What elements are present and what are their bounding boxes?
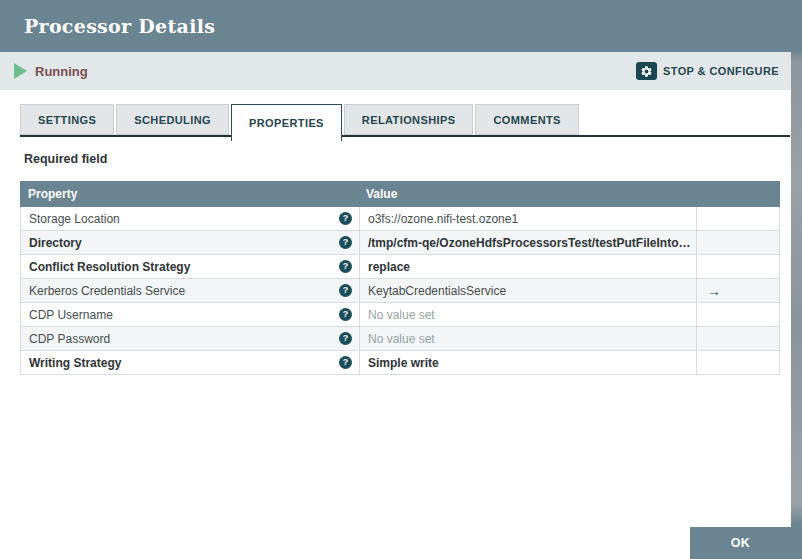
value-cell[interactable]: Simple write bbox=[359, 351, 696, 374]
play-icon bbox=[14, 63, 27, 79]
goto-cell bbox=[696, 231, 779, 254]
property-cell: CDP Username? bbox=[21, 303, 359, 326]
table-row: Kerberos Credentials Service?KeytabCrede… bbox=[21, 279, 779, 303]
property-cell: Writing Strategy? bbox=[21, 351, 359, 374]
property-name: Directory bbox=[29, 236, 82, 250]
goto-cell: → bbox=[696, 279, 779, 302]
stop-and-configure-label: STOP & CONFIGURE bbox=[663, 65, 779, 77]
help-icon[interactable]: ? bbox=[339, 308, 352, 321]
property-cell: CDP Password? bbox=[21, 327, 359, 350]
value-cell[interactable]: No value set bbox=[359, 303, 696, 326]
value-column-header: Value bbox=[358, 187, 397, 201]
processor-details-dialog: Processor Details Running STOP & CONFIGU… bbox=[0, 0, 791, 559]
property-name: Writing Strategy bbox=[29, 356, 121, 370]
help-icon[interactable]: ? bbox=[339, 332, 352, 345]
help-icon[interactable]: ? bbox=[339, 356, 352, 369]
goto-cell bbox=[696, 207, 779, 230]
property-column-header: Property bbox=[20, 187, 358, 201]
properties-table-body: Storage Location?o3fs://ozone.nifi-test.… bbox=[20, 207, 780, 375]
tab-properties[interactable]: PROPERTIES bbox=[231, 104, 342, 141]
property-value: Simple write bbox=[368, 356, 439, 370]
help-icon[interactable]: ? bbox=[339, 236, 352, 249]
help-icon[interactable]: ? bbox=[339, 284, 352, 297]
table-row: CDP Username?No value set bbox=[21, 303, 779, 327]
tab-comments[interactable]: COMMENTS bbox=[475, 104, 578, 135]
goto-cell bbox=[696, 255, 779, 278]
property-value: No value set bbox=[368, 332, 435, 346]
table-row: Writing Strategy?Simple write bbox=[21, 351, 779, 375]
property-cell: Conflict Resolution Strategy? bbox=[21, 255, 359, 278]
goto-cell bbox=[696, 303, 779, 326]
properties-table-header: Property Value bbox=[20, 181, 780, 207]
property-value: replace bbox=[368, 260, 410, 274]
goto-arrow-icon[interactable]: → bbox=[707, 283, 721, 299]
property-name: Conflict Resolution Strategy bbox=[29, 260, 190, 274]
status-bar: Running STOP & CONFIGURE bbox=[0, 52, 791, 90]
table-row: Storage Location?o3fs://ozone.nifi-test.… bbox=[21, 207, 779, 231]
property-name: Kerberos Credentials Service bbox=[29, 284, 185, 298]
value-cell[interactable]: /tmp/cfm-qe/OzoneHdfsProcessorsTest/test… bbox=[359, 231, 696, 254]
goto-cell bbox=[696, 351, 779, 374]
property-name: CDP Password bbox=[29, 332, 110, 346]
value-cell[interactable]: replace bbox=[359, 255, 696, 278]
property-name: CDP Username bbox=[29, 308, 113, 322]
ok-button[interactable]: OK bbox=[690, 527, 791, 559]
stop-and-configure-button[interactable]: STOP & CONFIGURE bbox=[636, 62, 779, 80]
property-cell: Kerberos Credentials Service? bbox=[21, 279, 359, 302]
property-value: KeytabCredentialsService bbox=[368, 284, 506, 298]
property-name: Storage Location bbox=[29, 212, 120, 226]
value-cell[interactable]: KeytabCredentialsService bbox=[359, 279, 696, 302]
properties-table: Property Value Storage Location?o3fs://o… bbox=[20, 181, 780, 375]
property-cell: Directory? bbox=[21, 231, 359, 254]
property-value: /tmp/cfm-qe/OzoneHdfsProcessorsTest/test… bbox=[368, 236, 691, 250]
help-icon[interactable]: ? bbox=[339, 212, 352, 225]
property-value: No value set bbox=[368, 308, 435, 322]
background-canvas-strip bbox=[791, 0, 802, 559]
required-field-label: Required field bbox=[24, 152, 107, 166]
tab-scheduling[interactable]: SCHEDULING bbox=[116, 104, 229, 135]
table-row: Conflict Resolution Strategy?replace bbox=[21, 255, 779, 279]
tab-settings[interactable]: SETTINGS bbox=[20, 104, 114, 135]
property-cell: Storage Location? bbox=[21, 207, 359, 230]
gear-icon bbox=[636, 62, 657, 80]
run-status-label: Running bbox=[35, 64, 88, 79]
dialog-titlebar: Processor Details bbox=[0, 0, 791, 52]
table-row: Directory?/tmp/cfm-qe/OzoneHdfsProcessor… bbox=[21, 231, 779, 255]
goto-cell bbox=[696, 327, 779, 350]
value-cell[interactable]: No value set bbox=[359, 327, 696, 350]
dialog-title: Processor Details bbox=[24, 15, 215, 37]
tab-bar: SETTINGSSCHEDULINGPROPERTIESRELATIONSHIP… bbox=[20, 104, 581, 141]
help-icon[interactable]: ? bbox=[339, 260, 352, 273]
property-value: o3fs://ozone.nifi-test.ozone1 bbox=[368, 212, 518, 226]
tab-relationships[interactable]: RELATIONSHIPS bbox=[344, 104, 474, 135]
table-row: CDP Password?No value set bbox=[21, 327, 779, 351]
value-cell[interactable]: o3fs://ozone.nifi-test.ozone1 bbox=[359, 207, 696, 230]
